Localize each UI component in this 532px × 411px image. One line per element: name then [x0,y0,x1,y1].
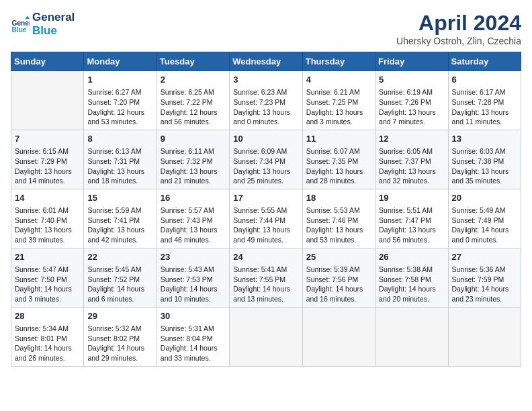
day-info-line: Daylight: 13 hours [15,167,80,177]
day-info-line: and 39 minutes. [15,235,80,245]
day-info-line: Sunset: 7:43 PM [161,216,226,226]
day-info-line: Sunset: 7:46 PM [306,216,371,226]
day-info-line: Daylight: 13 hours [233,225,298,235]
day-info-line: Sunset: 7:20 PM [87,97,152,107]
day-info-line: and 29 minutes. [87,353,152,363]
day-info-line: Sunrise: 5:51 AM [379,205,444,216]
calendar-cell: 25Sunrise: 5:39 AMSunset: 7:56 PMDayligh… [302,248,375,307]
title-area: April 2024 Uhersky Ostroh, Zlin, Czechia [396,11,521,46]
calendar-week-row: 21Sunrise: 5:47 AMSunset: 7:50 PMDayligh… [11,248,521,307]
day-info-line: Sunrise: 6:01 AM [15,205,80,216]
day-info-line: Sunrise: 6:17 AM [452,87,517,97]
day-info-line: and 35 minutes. [452,176,517,186]
header: General Blue General Blue April 2024 Uhe… [11,11,521,46]
day-info-line: Daylight: 12 hours [87,107,152,118]
location-subtitle: Uhersky Ostroh, Zlin, Czechia [396,36,521,46]
day-number: 17 [233,192,298,204]
day-info-line: and 56 minutes. [379,235,444,245]
calendar-cell: 29Sunrise: 5:32 AMSunset: 8:02 PMDayligh… [84,307,157,366]
day-info-line: and 53 minutes. [87,117,152,127]
day-info-line: and 33 minutes. [161,353,226,363]
day-info-line: and 25 minutes. [233,176,298,186]
calendar-cell [11,71,84,130]
day-header: Monday [84,52,157,71]
calendar-header: SundayMondayTuesdayWednesdayThursdayFrid… [11,52,521,71]
month-title: April 2024 [396,11,521,36]
day-info-line: and 49 minutes. [233,235,298,245]
calendar-cell: 22Sunrise: 5:45 AMSunset: 7:52 PMDayligh… [84,248,157,307]
day-info-line: and 6 minutes. [87,294,152,304]
day-info-line: and 32 minutes. [379,176,444,186]
day-number: 8 [87,133,152,145]
day-info-line: and 14 minutes. [15,176,80,186]
day-info-line: Daylight: 13 hours [379,225,444,235]
day-number: 7 [15,133,80,145]
calendar-cell: 19Sunrise: 5:51 AMSunset: 7:47 PMDayligh… [375,189,448,248]
calendar-cell: 20Sunrise: 5:49 AMSunset: 7:49 PMDayligh… [448,189,521,248]
calendar-cell: 15Sunrise: 5:59 AMSunset: 7:41 PMDayligh… [84,189,157,248]
calendar-cell: 12Sunrise: 6:05 AMSunset: 7:37 PMDayligh… [375,130,448,189]
day-info-line: and 0 minutes. [452,235,517,245]
day-info-line: Sunrise: 5:34 AM [15,324,80,334]
day-number: 20 [452,192,517,204]
day-info-line: Sunrise: 5:43 AM [161,265,226,275]
logo-line1: General [32,11,75,24]
day-number: 29 [87,310,152,322]
day-info-line: Daylight: 14 hours [379,284,444,294]
day-number: 12 [379,133,444,145]
day-header: Friday [375,52,448,71]
day-header: Sunday [11,52,84,71]
calendar-cell: 24Sunrise: 5:41 AMSunset: 7:55 PMDayligh… [230,248,302,307]
day-info-line: and 16 minutes. [306,294,371,304]
day-info-line: Daylight: 13 hours [161,225,226,235]
day-info-line: and 11 minutes. [452,117,517,127]
day-info-line: Daylight: 13 hours [306,107,371,118]
calendar-cell: 26Sunrise: 5:38 AMSunset: 7:58 PMDayligh… [375,248,448,307]
day-info-line: Daylight: 13 hours [87,225,152,235]
calendar-cell: 3Sunrise: 6:23 AMSunset: 7:23 PMDaylight… [230,71,302,130]
day-info-line: and 7 minutes. [379,117,444,127]
day-number: 13 [452,133,517,145]
day-info-line: and 42 minutes. [87,235,152,245]
day-info-line: Sunset: 7:41 PM [87,216,152,226]
day-info-line: Daylight: 14 hours [161,284,226,294]
day-number: 6 [452,74,517,86]
day-info-line: Daylight: 14 hours [87,284,152,294]
day-info-line: Daylight: 14 hours [233,284,298,294]
calendar-table: SundayMondayTuesdayWednesdayThursdayFrid… [11,52,521,367]
day-info-line: Sunset: 7:59 PM [452,275,517,285]
day-info-line: and 0 minutes. [233,117,298,127]
header-row: SundayMondayTuesdayWednesdayThursdayFrid… [11,52,521,71]
calendar-cell: 27Sunrise: 5:36 AMSunset: 7:59 PMDayligh… [448,248,521,307]
day-info-line: and 20 minutes. [379,294,444,304]
day-info-line: Sunset: 7:35 PM [306,156,371,167]
day-info-line: Sunset: 7:50 PM [15,275,80,285]
day-info-line: Sunrise: 6:09 AM [233,146,298,156]
day-header: Tuesday [157,52,229,71]
day-info-line: Sunset: 8:04 PM [161,334,226,344]
calendar-cell: 1Sunrise: 6:27 AMSunset: 7:20 PMDaylight… [84,71,157,130]
calendar-cell: 13Sunrise: 6:03 AMSunset: 7:38 PMDayligh… [448,130,521,189]
day-info-line: Daylight: 13 hours [452,167,517,177]
day-number: 1 [87,74,152,86]
day-info-line: Daylight: 14 hours [15,343,80,353]
calendar-cell [375,307,448,366]
day-info-line: Sunrise: 6:05 AM [379,146,444,156]
day-number: 19 [379,192,444,204]
calendar-cell: 16Sunrise: 5:57 AMSunset: 7:43 PMDayligh… [157,189,229,248]
calendar-week-row: 1Sunrise: 6:27 AMSunset: 7:20 PMDaylight… [11,71,521,130]
calendar-cell: 14Sunrise: 6:01 AMSunset: 7:40 PMDayligh… [11,189,84,248]
day-info-line: Sunset: 7:22 PM [161,97,226,107]
calendar-cell: 4Sunrise: 6:21 AMSunset: 7:25 PMDaylight… [302,71,375,130]
day-info-line: Sunset: 7:56 PM [306,275,371,285]
day-info-line: and 26 minutes. [15,353,80,363]
day-info-line: Sunrise: 6:19 AM [379,87,444,97]
logo: General Blue General Blue [11,11,75,38]
day-number: 26 [379,251,444,263]
day-number: 21 [15,251,80,263]
day-info-line: Daylight: 13 hours [379,107,444,118]
calendar-cell: 5Sunrise: 6:19 AMSunset: 7:26 PMDaylight… [375,71,448,130]
day-number: 10 [233,133,298,145]
day-number: 23 [161,251,226,263]
calendar-cell [448,307,521,366]
